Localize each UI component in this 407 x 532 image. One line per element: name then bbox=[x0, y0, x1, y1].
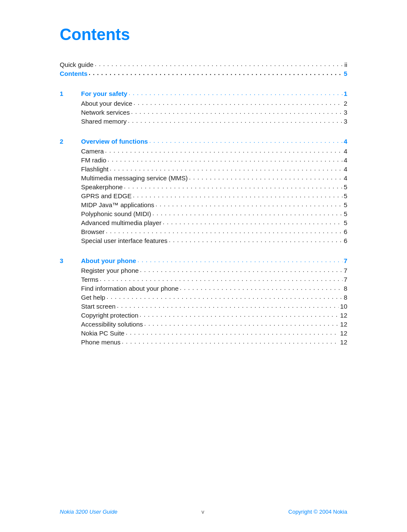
page: Contents Quick guide ii Contents 5 1For … bbox=[0, 0, 407, 532]
toc-label: Advanced multimedia player bbox=[81, 219, 161, 226]
toc-label: FM radio bbox=[81, 156, 106, 164]
section-page: 1 bbox=[344, 90, 347, 97]
toc-dots bbox=[180, 284, 342, 291]
toc-label: Start screen bbox=[81, 303, 116, 310]
toc-dots bbox=[117, 302, 339, 309]
section-number: 3 bbox=[60, 257, 81, 264]
toc-sub-entry: Camera4 bbox=[81, 147, 347, 155]
toc-dots bbox=[107, 293, 343, 300]
section-sub-items-2: Camera4FM radio4Flashlight4Multimedia me… bbox=[60, 147, 347, 244]
toc-dots bbox=[106, 228, 343, 234]
toc-label: Copyright protection bbox=[81, 312, 138, 319]
toc-label: Get help bbox=[81, 294, 105, 301]
toc-label: Phone menus bbox=[81, 338, 121, 346]
toc-sub-entry: MIDP Java™ applications5 bbox=[81, 201, 347, 208]
toc-page: 5 bbox=[344, 201, 347, 208]
toc-label: Special user interface features bbox=[81, 237, 168, 244]
toc-page: 4 bbox=[344, 165, 347, 173]
section-title: For your safety bbox=[81, 90, 127, 97]
footer-right: Copyright © 2004 Nokia bbox=[288, 509, 347, 515]
toc-sub-entry: Speakerphone5 bbox=[81, 183, 347, 191]
toc-label: Accessibility solutions bbox=[81, 321, 143, 328]
toc-label: Terms bbox=[81, 276, 99, 283]
toc-sub-entry: Copyright protection12 bbox=[81, 312, 347, 319]
toc-label: Register your phone bbox=[81, 267, 139, 274]
toc-page: 8 bbox=[344, 285, 347, 292]
toc-page: 5 bbox=[344, 210, 347, 217]
toc-sub-entry: Multimedia messaging service (MMS)4 bbox=[81, 174, 347, 182]
toc-sub-entry: About your device2 bbox=[81, 100, 347, 107]
toc-sub-entry: Flashlight4 bbox=[81, 165, 347, 173]
toc-page: 5 bbox=[344, 70, 347, 77]
section-1: 1For your safety1About your device2Netwo… bbox=[60, 90, 347, 125]
toc-label: About your device bbox=[81, 100, 132, 107]
sections-container: 1For your safety1About your device2Netwo… bbox=[60, 90, 347, 346]
toc-label: Contents bbox=[60, 70, 87, 77]
toc-dots bbox=[140, 266, 343, 273]
toc-label: Network services bbox=[81, 109, 130, 116]
section-page: 7 bbox=[344, 257, 347, 264]
toc-label: Find information about your phone bbox=[81, 285, 178, 292]
footer-left: Nokia 3200 User Guide bbox=[60, 509, 117, 515]
section-page: 4 bbox=[344, 138, 347, 145]
toc-page: 12 bbox=[340, 312, 347, 319]
toc-dots bbox=[163, 219, 342, 226]
toc-page: 6 bbox=[344, 237, 347, 244]
toc-page: 5 bbox=[344, 183, 347, 191]
toc-label: GPRS and EDGE bbox=[81, 192, 131, 200]
toc-dots bbox=[140, 311, 339, 318]
toc-page: 7 bbox=[344, 267, 347, 274]
toc-label: Browser bbox=[81, 228, 105, 235]
section-title: Overview of functions bbox=[81, 138, 148, 145]
toc-sub-entry: Advanced multimedia player5 bbox=[81, 219, 347, 226]
toc-label: Shared memory bbox=[81, 118, 127, 125]
section-header-1: 1For your safety1 bbox=[60, 90, 347, 97]
toc-dots bbox=[152, 210, 342, 217]
toc-sub-entry: Shared memory3 bbox=[81, 118, 347, 125]
toc-label: Nokia PC Suite bbox=[81, 330, 125, 337]
toc-sub-entry: Terms7 bbox=[81, 276, 347, 283]
toc-sub-entry: Accessibility solutions12 bbox=[81, 321, 347, 328]
toc-dots bbox=[95, 61, 343, 67]
toc-dots bbox=[108, 156, 342, 163]
toc-dots bbox=[128, 117, 343, 124]
toc-dots bbox=[122, 338, 339, 345]
section-number: 2 bbox=[60, 138, 81, 145]
toc-dots bbox=[133, 192, 342, 199]
toc-dots bbox=[126, 329, 339, 336]
toc-sub-entry: Nokia PC Suite12 bbox=[81, 330, 347, 337]
toc-dots bbox=[124, 183, 343, 190]
toc-sub-entry: Polyphonic sound (MIDI)5 bbox=[81, 210, 347, 217]
toc-sub-entry: Browser6 bbox=[81, 228, 347, 235]
toc-sub-entry: Special user interface features6 bbox=[81, 237, 347, 244]
section-number: 1 bbox=[60, 90, 81, 97]
toc-page: 2 bbox=[344, 100, 347, 107]
toc-label: Polyphonic sound (MIDI) bbox=[81, 210, 151, 217]
toc-dots bbox=[149, 137, 343, 144]
section-2: 2Overview of functions4Camera4FM radio4F… bbox=[60, 138, 347, 244]
toc-sub-entry: Phone menus12 bbox=[81, 338, 347, 346]
page-title: Contents bbox=[60, 26, 347, 44]
footer: Nokia 3200 User Guide v Copyright © 2004… bbox=[0, 509, 407, 515]
toc-label: Flashlight bbox=[81, 165, 108, 173]
section-3: 3About your phone7Register your phone7Te… bbox=[60, 257, 347, 346]
toc-dots bbox=[134, 99, 343, 106]
toc-dots bbox=[105, 147, 342, 154]
toc-label: Speakerphone bbox=[81, 183, 123, 191]
toc-page: 10 bbox=[340, 303, 347, 310]
toc-sub-entry: Start screen10 bbox=[81, 303, 347, 310]
toc-page: 12 bbox=[340, 330, 347, 337]
toc-page: 6 bbox=[344, 228, 347, 235]
toc-dots bbox=[100, 275, 343, 282]
toc-sub-entry: GPRS and EDGE5 bbox=[81, 192, 347, 200]
toc-sub-entry: FM radio4 bbox=[81, 156, 347, 164]
toc-sub-entry: Find information about your phone8 bbox=[81, 285, 347, 292]
toc-sub-entry: Register your phone7 bbox=[81, 267, 347, 274]
toc-entry-contents: Contents 5 bbox=[60, 70, 347, 77]
toc-page: 5 bbox=[344, 192, 347, 200]
toc-page: 3 bbox=[344, 109, 347, 116]
toc-dots bbox=[137, 257, 343, 263]
toc-label: Multimedia messaging service (MMS) bbox=[81, 174, 188, 182]
section-sub-items-3: Register your phone7Terms7Find informati… bbox=[60, 267, 347, 346]
top-entries: Quick guide ii Contents 5 bbox=[60, 61, 347, 77]
